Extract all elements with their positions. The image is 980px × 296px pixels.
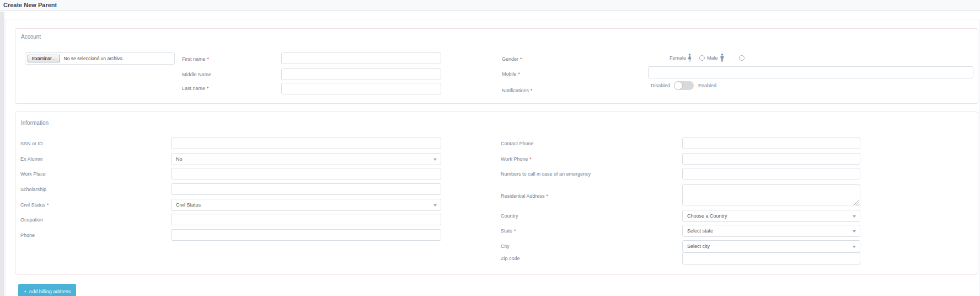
chevron-down-icon	[853, 215, 856, 218]
notifications-toggle[interactable]	[674, 81, 694, 90]
required-marker: *	[207, 56, 210, 62]
toggle-disabled-label: Disabled	[651, 83, 670, 88]
required-marker: *	[207, 86, 209, 91]
notifications-toggle-group: Disabled Enabled	[651, 81, 716, 90]
add-billing-address-label: Add billing address	[29, 289, 71, 294]
ocupation-input[interactable]	[171, 214, 441, 225]
required-marker: *	[529, 156, 532, 162]
first-name-label: First name*	[182, 56, 209, 62]
plus-icon: +	[24, 289, 26, 294]
account-panel: Account Examinar... No se seleccionó un …	[15, 28, 978, 104]
chevron-down-icon	[433, 204, 437, 207]
toggle-knob	[674, 82, 682, 89]
mobile-label: Mobile*	[502, 71, 520, 77]
gender-label: Gender*	[502, 56, 522, 62]
first-name-input[interactable]	[281, 52, 441, 64]
required-marker: *	[531, 88, 533, 93]
zip-code-input[interactable]	[682, 252, 860, 265]
male-radio[interactable]	[739, 55, 745, 61]
ssn-label: SSN or ID	[20, 141, 43, 146]
left-edge-strip	[0, 12, 4, 296]
ex-alumni-select[interactable]: No	[171, 153, 441, 165]
chevron-down-icon	[853, 246, 856, 248]
mobile-input[interactable]	[648, 66, 973, 78]
ex-alumni-label: Ex Alumni	[20, 156, 42, 162]
chevron-down-icon	[853, 230, 856, 232]
female-label: Female	[670, 55, 686, 61]
required-marker: *	[520, 56, 522, 62]
work-place-input[interactable]	[171, 168, 441, 179]
phone-input[interactable]	[171, 229, 441, 241]
state-select[interactable]: Select state	[682, 225, 860, 237]
contact-phone-label: Contact Phone	[501, 141, 534, 146]
chevron-down-icon	[433, 158, 437, 161]
required-marker: *	[514, 228, 516, 234]
zip-code-label: Zip code	[501, 256, 520, 261]
required-marker: *	[47, 202, 49, 208]
toggle-enabled-label: Enabled	[698, 83, 716, 88]
emergency-numbers-input[interactable]	[682, 168, 860, 179]
notifications-label: Notifications*	[502, 88, 533, 93]
information-panel: Information SSN or ID Ex Alumni No Work …	[15, 112, 978, 274]
add-billing-address-button[interactable]: + Add billing address	[18, 284, 76, 296]
country-label: Country	[501, 213, 518, 219]
scholarship-input[interactable]	[171, 183, 441, 195]
country-select[interactable]: Choose a Country	[682, 210, 860, 222]
page-header: Create New Parent	[0, 0, 980, 11]
city-select[interactable]: Select city	[682, 240, 860, 252]
residential-address-label: Residential Address*	[501, 193, 548, 199]
photo-file-input[interactable]: Examinar... No se seleccionó un archivo.	[25, 52, 175, 65]
residential-address-textarea[interactable]	[682, 184, 860, 205]
female-icon	[687, 54, 693, 62]
female-radio[interactable]	[699, 55, 705, 61]
contact-phone-input[interactable]	[682, 138, 860, 149]
page-title: Create New Parent	[3, 2, 57, 8]
civil-status-select[interactable]: Civil Status	[171, 199, 441, 211]
account-heading: Account	[21, 34, 41, 40]
last-name-input[interactable]	[281, 83, 441, 94]
required-marker: *	[518, 71, 521, 77]
file-status-text: No se seleccionó un archivo.	[64, 56, 124, 61]
male-label: Male	[707, 55, 718, 61]
phone-label: Phone	[20, 232, 35, 238]
work-phone-label: Work Phone*	[501, 156, 532, 162]
city-label: City	[501, 244, 510, 249]
form-container: Account Examinar... No se seleccionó un …	[6, 19, 979, 296]
work-place-label: Work Place	[20, 171, 46, 177]
gender-radio-group: Female Male	[670, 53, 745, 62]
ssn-input[interactable]	[171, 138, 441, 149]
civil-status-label: Civil Status*	[20, 202, 49, 208]
work-phone-input[interactable]	[682, 153, 860, 165]
state-label: State*	[501, 228, 516, 234]
middle-name-input[interactable]	[281, 68, 441, 80]
browse-button[interactable]: Examinar...	[28, 55, 60, 62]
required-marker: *	[547, 193, 549, 199]
male-icon	[719, 54, 725, 62]
ocupation-label: Ocupation	[20, 217, 43, 223]
last-name-label: Last name*	[182, 86, 209, 91]
information-heading: Information	[21, 120, 49, 126]
resize-handle-icon[interactable]	[853, 198, 860, 208]
scholarship-label: Scholarship	[20, 187, 46, 192]
emergency-numbers-label: Numbers to call in case of an emergency	[501, 171, 591, 177]
middle-name-label: Middle Name	[182, 72, 211, 77]
